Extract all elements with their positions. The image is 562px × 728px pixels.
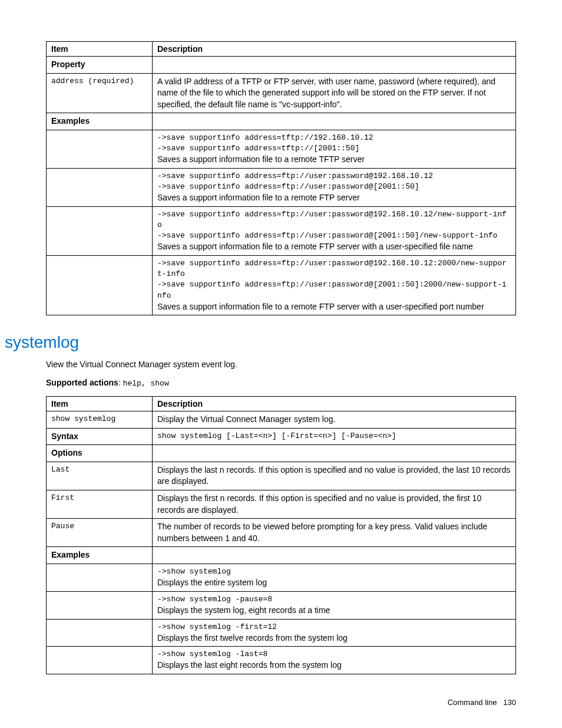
systemlog-supported: Supported actions: help, show	[46, 378, 516, 388]
table2-ex1-item	[47, 564, 153, 591]
table2-syntax-value: show systemlog [-Last=<n>] [-First=<n>] …	[153, 428, 516, 445]
table1-address-desc: A valid IP address of a TFTP or FTP serv…	[153, 73, 516, 113]
table1-property-empty	[153, 57, 516, 74]
table1-ex4-code2: ->save supportinfo address=ftp://user:pa…	[157, 279, 511, 301]
table1-ex1-code2: ->save supportinfo address=tftp://[2001:…	[157, 143, 511, 154]
table2-examples-empty	[153, 547, 516, 564]
table2-options-label: Options	[47, 445, 153, 462]
systemlog-intro: View the Virtual Connect Manager system …	[46, 359, 516, 371]
table2-header-desc: Description	[153, 397, 516, 411]
table2-first-item: First	[47, 490, 153, 518]
table2-ex1-desc: Displays the entire system log	[157, 578, 267, 587]
table2-ex3-item	[47, 619, 153, 647]
supported-value: help, show	[123, 379, 169, 388]
footer-page: 130	[503, 698, 516, 707]
table2-ex4-cell: ->show systemlog -last=8 Displays the la…	[153, 647, 516, 674]
table1-ex4-item	[47, 256, 153, 315]
table2-ex2-desc: Displays the system log, eight records a…	[157, 605, 330, 615]
table1-ex2-code2: ->save supportinfo address=ftp://user:pa…	[157, 182, 511, 192]
table2-syntax-label: Syntax	[47, 428, 153, 445]
table2-ex4-item	[47, 647, 153, 674]
table2-ex4-desc: Displays the last eight records from the…	[157, 660, 342, 670]
systemlog-heading: systemlog	[5, 333, 516, 352]
table1-ex4-code1: ->save supportinfo address=ftp://user:pa…	[157, 258, 511, 279]
table2-options-empty	[153, 445, 516, 462]
supportinfo-table: Item Description Property address (requi…	[46, 41, 516, 315]
table1-ex3-item	[47, 206, 153, 255]
table2-ex3-code: ->show systemlog -first=12	[157, 622, 511, 633]
table1-ex1-code1: ->save supportinfo address=tftp://192.16…	[157, 133, 511, 143]
page-footer: Command line 130	[46, 698, 516, 707]
table1-ex3-desc: Saves a support information file to a re…	[157, 242, 473, 251]
supported-colon: :	[118, 378, 123, 387]
table2-last-desc: Displays the last n records. If this opt…	[153, 462, 516, 490]
table1-header-item: Item	[47, 42, 153, 57]
table1-ex1-item	[47, 130, 153, 168]
supported-label: Supported actions	[46, 378, 118, 387]
table2-ex2-item	[47, 591, 153, 619]
table1-ex3-cell: ->save supportinfo address=ftp://user:pa…	[153, 206, 516, 255]
table1-header-desc: Description	[153, 42, 516, 57]
table2-first-desc: Displays the first n records. If this op…	[153, 490, 516, 518]
table2-pause-desc: The number of records to be viewed befor…	[153, 519, 516, 547]
table2-show-desc: Display the Virtual Connect Manager syst…	[153, 411, 516, 429]
table1-ex1-cell: ->save supportinfo address=tftp://192.16…	[153, 130, 516, 168]
table1-property-label: Property	[47, 57, 153, 74]
table2-ex3-cell: ->show systemlog -first=12 Displays the …	[153, 619, 516, 647]
footer-text: Command line	[448, 698, 497, 707]
table1-address-item: address (required)	[47, 73, 153, 113]
table2-examples-label: Examples	[47, 547, 153, 564]
table1-examples-empty	[153, 113, 516, 130]
systemlog-table: Item Description show systemlog Display …	[46, 396, 516, 674]
table1-ex1-desc: Saves a support information file to a re…	[157, 154, 365, 164]
table2-pause-item: Pause	[47, 519, 153, 547]
table1-ex2-cell: ->save supportinfo address=ftp://user:pa…	[153, 168, 516, 206]
table2-ex2-cell: ->show systemlog -pause=8 Displays the s…	[153, 591, 516, 619]
table2-ex1-code: ->show systemlog	[157, 566, 511, 577]
table2-ex1-cell: ->show systemlog Displays the entire sys…	[153, 564, 516, 591]
table2-ex4-code: ->show systemlog -last=8	[157, 649, 511, 660]
table2-last-item: Last	[47, 462, 153, 490]
table1-ex4-cell: ->save supportinfo address=ftp://user:pa…	[153, 256, 516, 315]
table1-examples-label: Examples	[47, 113, 153, 130]
table1-ex2-code1: ->save supportinfo address=ftp://user:pa…	[157, 171, 511, 182]
table1-ex3-code2: ->save supportinfo address=ftp://user:pa…	[157, 230, 511, 241]
table2-ex3-desc: Displays the first twelve records from t…	[157, 633, 348, 643]
table1-ex3-code1: ->save supportinfo address=ftp://user:pa…	[157, 209, 511, 230]
table2-header-item: Item	[47, 397, 153, 411]
table1-ex2-desc: Saves a support information file to a re…	[157, 193, 360, 202]
table1-ex4-desc: Saves a support information file to a re…	[157, 302, 484, 311]
table2-show-item: show systemlog	[47, 411, 153, 429]
table2-ex2-code: ->show systemlog -pause=8	[157, 594, 511, 605]
table1-ex2-item	[47, 168, 153, 206]
